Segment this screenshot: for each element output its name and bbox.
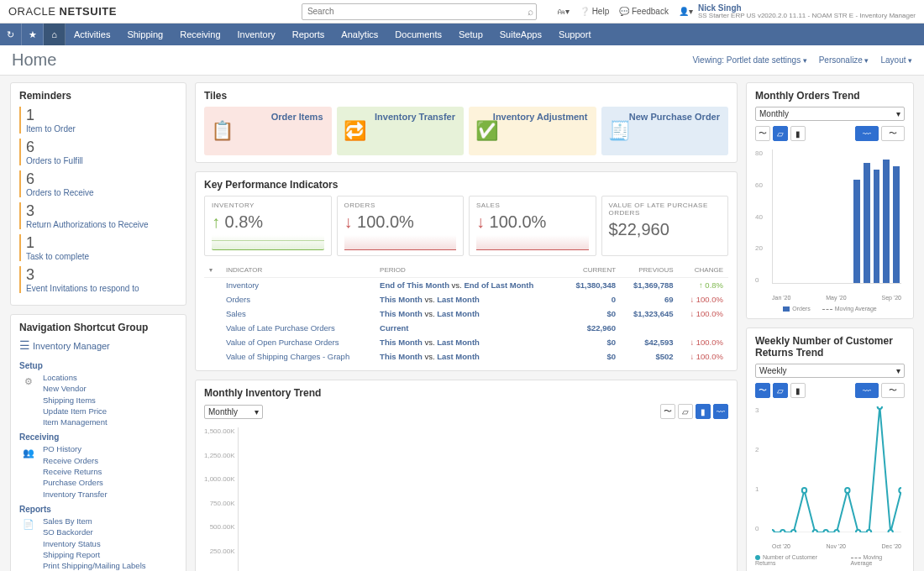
user-menu[interactable]: 👤▾ Nick Singh SS Starter ERP US v2020.2.… [679, 3, 916, 20]
reminder-item[interactable]: 3Event Invitations to respond to [19, 266, 177, 293]
kpi-card[interactable]: ORDERS 100.0% [337, 196, 465, 256]
chart-area-btn[interactable]: ▱ [678, 404, 693, 419]
order-bar[interactable] [864, 163, 870, 283]
kpi-card[interactable]: SALES 100.0% [469, 196, 596, 256]
chevron-down-icon: ▾ [896, 109, 900, 118]
chart-area-btn[interactable]: ▱ [773, 126, 788, 141]
reminder-item[interactable]: 1Task to complete [19, 234, 177, 261]
svg-point-9 [856, 530, 860, 532]
nav-inventory[interactable]: Inventory [229, 24, 284, 45]
kpi-row[interactable]: Value of Open Purchase OrdersThis Month … [204, 335, 728, 349]
section-icon: 👥 [19, 443, 38, 462]
chart-line-btn[interactable]: 〜 [755, 383, 770, 398]
nav-link[interactable]: Sales By Item [43, 516, 146, 526]
menu-icon: ☰ [19, 338, 30, 352]
nav-link[interactable]: Purchase Orders [43, 477, 108, 488]
kpi-card[interactable]: INVENTORY 0.8% [204, 196, 332, 256]
order-bar[interactable] [853, 180, 860, 283]
chart-alt-btn[interactable]: 〜 [881, 126, 905, 141]
order-bar[interactable] [883, 160, 890, 283]
kpi-row[interactable]: InventoryEnd of This Month vs. End of La… [204, 278, 728, 293]
nav-link[interactable]: PO History [43, 443, 108, 454]
kpi-card[interactable]: VALUE OF LATE PURCHASE ORDERS $22,960 [601, 196, 729, 256]
chart-bar-btn[interactable]: ▮ [790, 383, 806, 398]
chart-trend-btn[interactable]: 〰 [855, 383, 879, 398]
chart-bar-btn[interactable]: ▮ [790, 126, 806, 141]
nav-link[interactable]: Print Shipping/Mailing Labels [43, 560, 146, 571]
kpi-panel: Key Performance Indicators INVENTORY 0.8… [195, 171, 738, 371]
collapse-icon[interactable]: ▾ [209, 266, 213, 274]
inventory-manager-link[interactable]: Inventory Manager [33, 341, 110, 351]
viewing-link[interactable]: Viewing: Portlet date settings [692, 55, 806, 65]
nav-link[interactable]: Shipping Items [43, 395, 108, 406]
weekly-returns-dropdown[interactable]: Weekly▾ [755, 364, 905, 378]
home-icon[interactable]: ⌂ [44, 24, 66, 45]
kpi-row[interactable]: Value of Shipping Charges - GraphThis Mo… [204, 349, 728, 364]
section-icon: ⚙ [19, 372, 38, 390]
chart-bar-btn[interactable]: ▮ [696, 404, 711, 419]
reminder-item[interactable]: 6Orders to Receive [19, 170, 177, 197]
monthly-inv-dropdown[interactable]: Monthly▾ [204, 405, 263, 419]
reminder-item[interactable]: 6Orders to Fulfill [19, 139, 177, 165]
chart-line-btn[interactable]: 〜 [660, 404, 675, 419]
chart-alt-btn[interactable]: 〜 [881, 383, 905, 398]
nav-shipping[interactable]: Shipping [118, 24, 171, 45]
kpi-row[interactable]: Value of Late Purchase OrdersCurrent$22,… [204, 321, 728, 335]
nav-analytics[interactable]: Analytics [333, 24, 386, 45]
chart-trend-btn[interactable]: 〰 [713, 404, 728, 419]
nav-link[interactable]: Item Management [43, 416, 108, 427]
svg-point-13 [899, 488, 901, 493]
star-icon[interactable]: ★ [22, 24, 44, 45]
user-icon: 👤▾ [679, 7, 693, 16]
personalize-link[interactable]: Personalize [819, 55, 869, 65]
clipboard-icon: 📋 [211, 120, 234, 142]
help-link[interactable]: ❔ Help [580, 7, 609, 16]
search-input[interactable] [302, 3, 537, 20]
nav-link[interactable]: Receive Returns [43, 466, 108, 477]
chart-trend-btn[interactable]: 〰 [855, 126, 879, 141]
search-icon[interactable]: ⌕ [528, 6, 533, 18]
tile-new-purchase-order[interactable]: 🧾New Purchase Order [601, 107, 729, 155]
svg-point-12 [888, 530, 892, 532]
language-icon[interactable]: 🗛▾ [557, 7, 570, 16]
order-bar[interactable] [874, 170, 880, 283]
monthly-inventory-panel: Monthly Inventory Trend Monthly▾ 〜 ▱ ▮ 〰… [195, 380, 738, 571]
nav-link[interactable]: Inventory Transfer [43, 489, 108, 500]
monthly-orders-dropdown[interactable]: Monthly▾ [755, 107, 905, 121]
svg-point-6 [823, 530, 827, 532]
nav-suiteapps[interactable]: SuiteApps [491, 24, 550, 45]
kpi-row[interactable]: SalesThis Month vs. Last Month$0$1,323,6… [204, 306, 728, 321]
nav-section-label: Setup [19, 361, 177, 370]
kpi-row[interactable]: OrdersThis Month vs. Last Month069↓ 100.… [204, 292, 728, 306]
order-bar[interactable] [893, 166, 900, 283]
chart-line-btn[interactable]: 〜 [755, 126, 770, 141]
nav-link[interactable]: Locations [43, 372, 108, 383]
monthly-inventory-title: Monthly Inventory Trend [204, 387, 728, 399]
nav-link[interactable]: Receive Orders [43, 455, 108, 466]
nav-link[interactable]: Update Item Price [43, 406, 108, 416]
tile-inventory-adjustment[interactable]: ✅Inventory Adjustment [469, 107, 596, 155]
nav-documents[interactable]: Documents [386, 24, 450, 45]
recent-icon[interactable]: ↻ [0, 24, 22, 45]
chart-area-btn[interactable]: ▱ [773, 383, 788, 398]
nav-receiving[interactable]: Receiving [171, 24, 228, 45]
layout-link[interactable]: Layout [880, 55, 912, 65]
nav-link[interactable]: Shipping Report [43, 549, 146, 560]
nav-link[interactable]: SO Backorder [43, 526, 146, 537]
nav-section-label: Reports [19, 505, 177, 514]
nav-support[interactable]: Support [550, 24, 600, 45]
tile-inventory-transfer[interactable]: 🔁Inventory Transfer [337, 107, 465, 155]
nav-setup[interactable]: Setup [450, 24, 491, 45]
nav-link[interactable]: Inventory Status [43, 538, 146, 549]
feedback-link[interactable]: 💬 Feedback [619, 7, 669, 16]
nav-link[interactable]: New Vendor [43, 383, 108, 394]
nav-activities[interactable]: Activities [66, 24, 118, 45]
monthly-orders-title: Monthly Orders Trend [755, 90, 905, 102]
reminder-item[interactable]: 1Item to Order [19, 107, 177, 134]
reminder-item[interactable]: 3Return Authorizations to Receive [19, 202, 177, 229]
tiles-title: Tiles [204, 90, 728, 102]
tile-order-items[interactable]: 📋Order Items [204, 107, 332, 155]
check-icon: ✅ [475, 120, 498, 142]
nav-reports[interactable]: Reports [284, 24, 333, 45]
kpi-table: ▾ INDICATOR PERIOD CURRENT PREVIOUS CHAN… [204, 263, 728, 364]
